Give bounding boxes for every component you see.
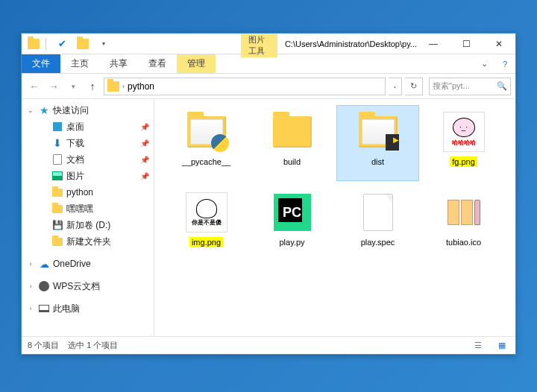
icons-view-icon[interactable]: ▦ — [494, 340, 509, 352]
qat-separator — [45, 38, 50, 50]
search-icon: 🔍 — [497, 81, 507, 91]
tree-new-volume[interactable]: 💾 新加卷 (D:) — [22, 217, 154, 233]
tree-wps[interactable]: › WPS云文档 — [22, 278, 154, 294]
file-tubiao-ico[interactable]: tubiao.ico — [422, 186, 505, 262]
desktop-icon — [51, 121, 63, 133]
file-play-spec[interactable]: play.spec — [336, 186, 419, 262]
qat-customize-icon[interactable]: ▾ — [95, 36, 113, 52]
back-button[interactable]: ← — [26, 78, 43, 95]
document-icon — [51, 154, 63, 165]
ribbon-tabs: 文件 主页 共享 查看 管理 ⌄ ? — [22, 54, 515, 74]
expander-icon[interactable]: › — [26, 305, 35, 312]
drive-icon: 💾 — [51, 219, 63, 231]
body: ⌄ ★ 快速访问 桌面 📌 ⬇ 下载 📌 文档 📌 — [22, 99, 515, 336]
address-bar[interactable]: › python — [104, 78, 386, 95]
manage-tab[interactable]: 管理 — [177, 54, 216, 73]
pictures-icon — [51, 170, 63, 182]
file-list[interactable]: __pycache__ build dist 哈哈哈哈 fg.png 你是不是傻… — [154, 99, 515, 336]
star-icon: ★ — [38, 104, 50, 116]
tree-new-folder[interactable]: 新建文件夹 — [22, 233, 154, 250]
nav-bar: ← → ▾ ↑ › python ⌄ ↻ 搜索"pyt... 🔍 — [22, 74, 515, 99]
folder-dist[interactable]: dist — [336, 105, 419, 181]
share-tab[interactable]: 共享 — [99, 54, 138, 73]
tree-python[interactable]: python — [22, 184, 154, 200]
maximize-button[interactable]: ☐ — [450, 34, 483, 54]
expander-icon[interactable]: › — [26, 282, 35, 290]
window-title: C:\Users\Administrator\Desktop\py... — [277, 34, 417, 54]
navigation-pane: ⌄ ★ 快速访问 桌面 📌 ⬇ 下载 📌 文档 📌 — [22, 99, 154, 336]
python-icon — [211, 134, 229, 152]
file-tab[interactable]: 文件 — [22, 54, 60, 73]
close-button[interactable]: ✕ — [483, 34, 515, 54]
quick-access-toolbar: ✔ ▾ — [22, 34, 116, 54]
breadcrumb-separator: › — [122, 83, 125, 90]
pin-icon: 📌 — [140, 156, 149, 164]
tree-onedrive[interactable]: › ☁ OneDrive — [22, 256, 154, 272]
explorer-window: ✔ ▾ 图片工具 C:\Users\Administrator\Desktop\… — [21, 33, 516, 355]
address-folder-icon — [107, 81, 119, 92]
item-count: 8 个项目 — [28, 340, 59, 351]
view-tab[interactable]: 查看 — [138, 54, 177, 73]
file-play-py[interactable]: PC play.py — [251, 186, 333, 262]
breadcrumb-current[interactable]: python — [128, 81, 154, 92]
minimize-button[interactable]: — — [417, 34, 450, 54]
contextual-tab-label: 图片工具 — [241, 34, 277, 54]
home-tab[interactable]: 主页 — [60, 54, 99, 73]
download-icon: ⬇ — [51, 137, 63, 149]
properties-icon[interactable]: ✔ — [53, 36, 71, 52]
details-view-icon[interactable]: ☰ — [471, 340, 486, 352]
pin-icon: 📌 — [140, 172, 149, 180]
search-placeholder: 搜索"pyt... — [433, 80, 470, 92]
file-img-png[interactable]: 你是不是傻 img.png — [165, 186, 248, 262]
wps-icon — [38, 280, 50, 292]
up-button[interactable]: ↑ — [84, 78, 101, 95]
folder-icon — [51, 203, 63, 215]
pin-icon: 📌 — [140, 139, 149, 148]
expander-icon[interactable]: › — [26, 260, 35, 268]
disk-icon — [386, 134, 399, 151]
refresh-button[interactable]: ↻ — [405, 78, 423, 95]
ribbon-collapse-icon[interactable]: ⌄ — [474, 54, 494, 73]
tree-pictures[interactable]: 图片 📌 — [22, 168, 154, 184]
tree-desktop[interactable]: 桌面 📌 — [22, 118, 154, 135]
expander-icon[interactable]: ⌄ — [26, 107, 35, 114]
tree-this-pc[interactable]: › 此电脑 — [22, 300, 154, 317]
file-icon — [363, 194, 393, 231]
recent-locations-icon[interactable]: ▾ — [65, 78, 81, 95]
status-bar: 8 个项目 选中 1 个项目 ☰ ▦ — [22, 336, 515, 354]
file-fg-png[interactable]: 哈哈哈哈 fg.png — [422, 105, 505, 181]
tree-documents[interactable]: 文档 📌 — [22, 151, 154, 168]
folder-icon — [51, 186, 63, 198]
selection-count: 选中 1 个项目 — [68, 340, 118, 351]
cloud-icon: ☁ — [38, 258, 50, 270]
search-input[interactable]: 搜索"pyt... 🔍 — [429, 78, 511, 95]
title-bar: ✔ ▾ 图片工具 C:\Users\Administrator\Desktop\… — [22, 34, 515, 54]
folder-icon — [51, 235, 63, 247]
folder-pycache[interactable]: __pycache__ — [165, 105, 248, 181]
ico-thumbnail — [448, 200, 480, 225]
tree-downloads[interactable]: ⬇ 下载 📌 — [22, 135, 154, 151]
folder-icon[interactable] — [25, 36, 43, 52]
pc-icon — [38, 303, 50, 314]
tree-quick-access[interactable]: ⌄ ★ 快速访问 — [22, 102, 154, 118]
window-controls: — ☐ ✕ — [417, 34, 515, 54]
pycharm-icon: PC — [274, 194, 311, 231]
help-icon[interactable]: ? — [494, 54, 515, 73]
address-history-icon[interactable]: ⌄ — [389, 78, 402, 95]
forward-button[interactable]: → — [45, 78, 62, 95]
tree-heihei[interactable]: 嘿嘿嘿 — [22, 200, 154, 217]
pin-icon: 📌 — [140, 123, 149, 131]
folder-build[interactable]: build — [251, 105, 333, 181]
new-folder-icon[interactable] — [74, 36, 92, 52]
